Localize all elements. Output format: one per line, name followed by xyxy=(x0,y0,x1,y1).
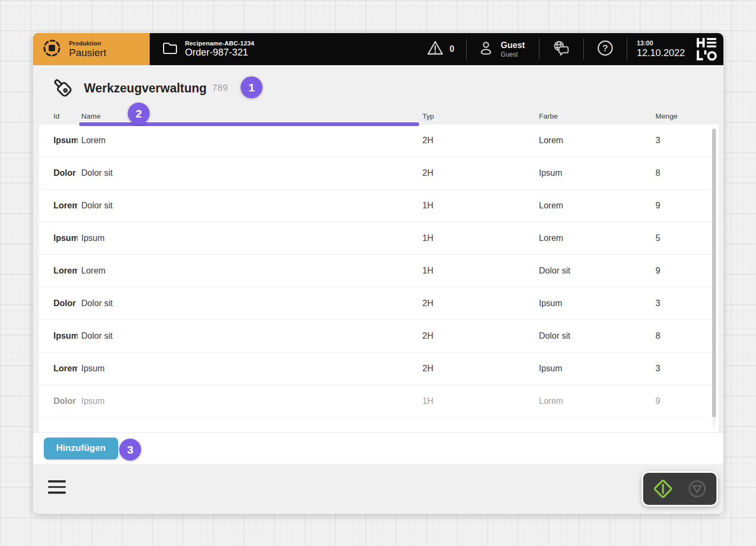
help-icon: ? xyxy=(596,39,614,59)
cell-menge: 8 xyxy=(655,168,693,178)
help-button[interactable]: ? xyxy=(584,33,627,65)
cell-name: Ipsum xyxy=(81,364,422,373)
app-window: Produktion Pausiert Recipename-ABC-1234 … xyxy=(33,33,723,514)
user-icon xyxy=(477,40,495,59)
stop-icon xyxy=(685,477,709,501)
cell-menge: 9 xyxy=(655,201,693,210)
user-name: Guest xyxy=(501,41,525,50)
table-body: Ipsum Lorem 2H Lorem 3 Dolor Dolor sit 2… xyxy=(39,124,719,418)
annotation-badge-2: 2 xyxy=(128,103,150,124)
cell-id: Ipsum xyxy=(53,136,78,145)
tool-icon xyxy=(51,76,73,100)
order-texts: Recipename-ABC-1234 Order-987-321 xyxy=(185,40,254,58)
order-info-button[interactable]: Recipename-ABC-1234 Order-987-321 xyxy=(150,33,254,65)
bottom-bar xyxy=(33,464,723,514)
status-label: Produktion xyxy=(69,40,106,46)
user-role: Guest xyxy=(501,51,525,58)
column-header-menge[interactable]: Menge xyxy=(655,112,677,120)
top-bar: Produktion Pausiert Recipename-ABC-1234 … xyxy=(33,33,723,65)
cell-farbe: Dolor sit xyxy=(539,266,655,276)
menu-icon[interactable] xyxy=(48,480,66,494)
annotation-underline-name-column xyxy=(79,122,419,126)
cell-menge: 8 xyxy=(655,331,693,341)
recipe-name: Recipename-ABC-1234 xyxy=(185,40,254,46)
cell-typ: 2H xyxy=(422,299,539,308)
cell-id: Lorem xyxy=(53,364,78,373)
folder-icon xyxy=(162,41,178,58)
table-row[interactable]: Dolor Ipsum 1H Lorem 9 xyxy=(39,385,719,418)
cell-typ: 2H xyxy=(422,331,539,341)
column-header-farbe[interactable]: Farbe xyxy=(539,112,558,120)
table-row[interactable]: Lorem Ipsum 2H Ipsum 3 xyxy=(39,353,719,385)
table-row[interactable]: Lorem Dolor sit 1H Lorem 9 xyxy=(39,190,719,222)
cell-farbe: Ipsum xyxy=(539,299,655,308)
clock-date: 12.10.2022 xyxy=(637,48,685,59)
cell-menge: 3 xyxy=(655,136,693,145)
column-header-name[interactable]: Name xyxy=(81,112,101,120)
cell-typ: 1H xyxy=(422,201,539,210)
cell-menge: 5 xyxy=(655,233,693,243)
menu-bar xyxy=(48,486,66,488)
cell-farbe: Ipsum xyxy=(539,168,655,178)
cell-id: Lorem xyxy=(53,201,78,210)
language-button[interactable] xyxy=(539,33,583,65)
cell-farbe: Ipsum xyxy=(539,364,655,373)
language-globe-icon xyxy=(552,39,571,59)
table-row[interactable]: Dolor Dolor sit 2H Ipsum 3 xyxy=(39,287,719,320)
paused-state-icon xyxy=(42,38,62,60)
cell-id: Dolor xyxy=(53,396,78,406)
start-button[interactable] xyxy=(651,477,675,501)
cell-farbe: Lorem xyxy=(539,233,655,243)
cell-menge: 3 xyxy=(655,299,693,308)
run-control-panel xyxy=(642,471,718,506)
user-texts: Guest Guest xyxy=(501,41,525,58)
cell-id: Ipsum xyxy=(53,331,78,341)
table-row[interactable]: Ipsum Lorem 2H Lorem 3 xyxy=(39,124,719,157)
cell-name: Lorem xyxy=(81,266,422,276)
cell-name: Dolor sit xyxy=(81,331,422,341)
table-row[interactable]: Ipsum Dolor sit 2H Dolor sit 8 xyxy=(39,320,719,353)
table-row[interactable]: Lorem Lorem 1H Dolor sit 9 xyxy=(39,255,719,287)
table-row[interactable]: Ipsum Ipsum 1H Lorem 5 xyxy=(39,222,719,255)
svg-text:?: ? xyxy=(603,43,608,53)
scrollbar-thumb[interactable] xyxy=(712,129,716,417)
cell-farbe: Dolor sit xyxy=(539,331,655,341)
cell-typ: 1H xyxy=(422,266,539,276)
menu-bar xyxy=(48,492,66,494)
cell-id: Dolor xyxy=(53,168,78,178)
alarm-counter-button[interactable]: 0 xyxy=(414,33,466,65)
cell-name: Ipsum xyxy=(81,233,422,243)
order-number: Order-987-321 xyxy=(185,47,254,58)
clock-time: 13:00 xyxy=(637,40,685,47)
cell-id: Lorem xyxy=(53,266,78,276)
stop-button[interactable] xyxy=(685,477,709,501)
page-header: Werkzeugverwaltung 789 xyxy=(51,76,228,100)
production-status-text: Produktion Pausiert xyxy=(69,40,106,59)
tool-table: Ipsum Lorem 2H Lorem 3 Dolor Dolor sit 2… xyxy=(39,124,719,432)
column-header-typ[interactable]: Typ xyxy=(422,112,434,120)
topbar-spacer xyxy=(254,33,414,65)
status-value: Pausiert xyxy=(69,47,106,59)
column-header-id[interactable]: Id xyxy=(53,112,59,120)
cell-farbe: Lorem xyxy=(539,136,655,145)
cell-farbe: Lorem xyxy=(539,396,655,406)
add-button[interactable]: Hinzufügen xyxy=(44,438,118,459)
page-title: Werkzeugverwaltung xyxy=(84,81,207,96)
cell-name: Dolor sit xyxy=(81,299,422,308)
cell-id: Ipsum xyxy=(53,233,78,243)
production-status-button[interactable]: Produktion Pausiert xyxy=(33,33,150,65)
cell-menge: 9 xyxy=(655,266,693,276)
cell-typ: 2H xyxy=(422,136,539,145)
page-item-count: 789 xyxy=(212,83,228,93)
alarm-count: 0 xyxy=(450,44,454,54)
cell-menge: 9 xyxy=(655,396,693,406)
table-row[interactable]: Dolor Dolor sit 2H Ipsum 8 xyxy=(39,157,719,190)
cell-typ: 2H xyxy=(422,168,539,178)
annotation-badge-1: 1 xyxy=(241,76,263,98)
menu-bar xyxy=(48,480,66,482)
cell-name: Lorem xyxy=(81,136,422,145)
start-icon xyxy=(651,477,675,501)
user-account-button[interactable]: Guest Guest xyxy=(467,33,539,65)
cell-typ: 1H xyxy=(422,396,539,406)
cell-typ: 1H xyxy=(422,233,539,243)
